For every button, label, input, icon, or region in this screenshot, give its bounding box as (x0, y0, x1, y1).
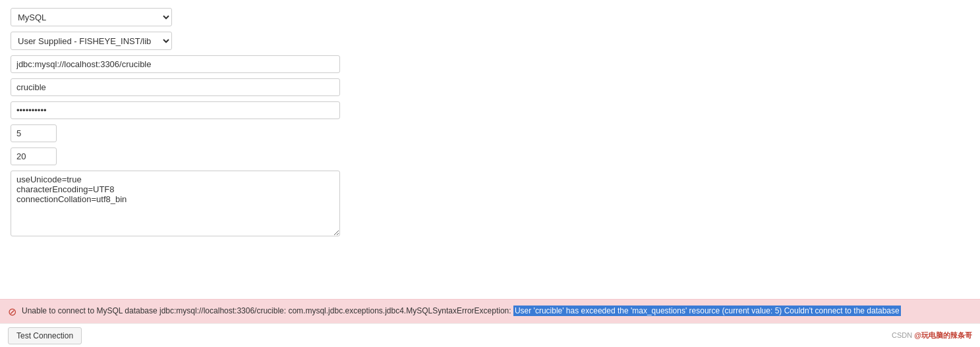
db-type-group: MySQLPostgreSQLOracleSQL Server (11, 8, 339, 26)
driver-select[interactable]: User Supplied - FISHEYE_INST/lib (11, 32, 172, 50)
footer-bar: Test Connection CSDN @玩电脑的辣条哥 (0, 323, 980, 347)
error-icon: ⊘ (8, 306, 16, 318)
jdbc-url-input[interactable] (11, 55, 340, 73)
error-bar: ⊘ Unable to connect to MySQL database jd… (0, 299, 980, 323)
username-input[interactable] (11, 78, 340, 96)
min-connections-input[interactable] (11, 124, 57, 142)
driver-group: User Supplied - FISHEYE_INST/lib (11, 32, 339, 50)
username-group (11, 78, 339, 96)
connection-properties-group: useUnicode=true characterEncoding=UTF8 c… (11, 171, 339, 238)
error-prefix: Unable to connect to MySQL database jdbc… (22, 306, 511, 315)
password-input[interactable] (11, 101, 340, 119)
max-connections-input[interactable] (11, 147, 57, 165)
error-highlighted-text: User 'crucible' has exceeded the 'max_qu… (513, 306, 901, 316)
connection-properties-textarea[interactable]: useUnicode=true characterEncoding=UTF8 c… (11, 171, 340, 236)
test-connection-button[interactable]: Test Connection (8, 327, 82, 344)
min-connections-group (11, 124, 339, 142)
jdbc-url-group (11, 55, 339, 73)
error-message: Unable to connect to MySQL database jdbc… (22, 305, 972, 317)
max-connections-group (11, 147, 339, 165)
password-group (11, 101, 339, 119)
db-type-select[interactable]: MySQLPostgreSQLOracleSQL Server (11, 8, 172, 26)
csdn-highlight: @玩电脑的辣条哥 (914, 331, 972, 339)
csdn-watermark: CSDN @玩电脑的辣条哥 (892, 331, 972, 340)
main-form: MySQLPostgreSQLOracleSQL Server User Sup… (0, 0, 349, 252)
